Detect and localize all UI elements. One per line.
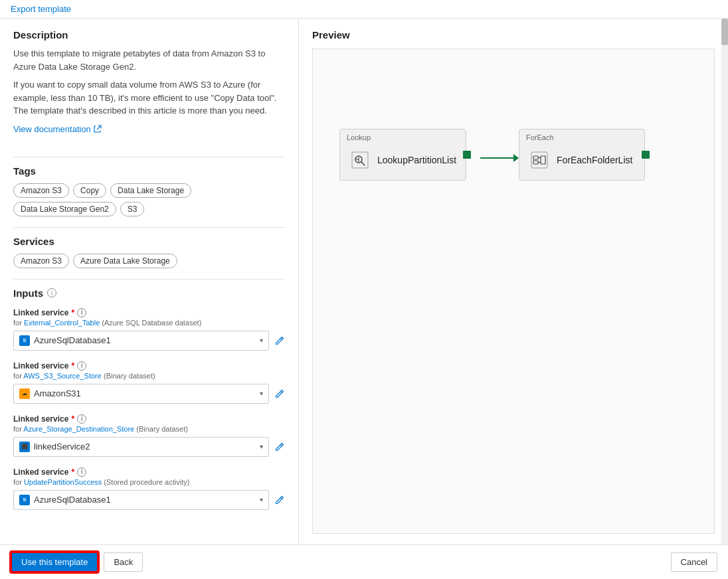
edit-linked-service-icon[interactable]	[274, 335, 285, 346]
description-title: Description	[13, 29, 285, 41]
cancel-button[interactable]: Cancel	[671, 552, 717, 572]
main-content: Description Use this template to migrate…	[0, 19, 728, 544]
lookup-node[interactable]: Lookup LookupPartitionList	[339, 129, 466, 181]
foreach-node-body: ForEachFolderList	[519, 143, 644, 180]
inputs-info-icon[interactable]: i	[47, 288, 56, 297]
tags-title: Tags	[13, 165, 285, 177]
description-para1: Use this template to migrate petabytes o…	[13, 47, 285, 118]
edit-linked-service-icon[interactable]	[274, 495, 285, 505]
dropdown-select-inner: ☁ AmazonS31	[19, 388, 260, 399]
linked-service-sublabel: for AWS_S3_Source_Store (Binary dataset)	[13, 372, 285, 380]
divider-1	[13, 157, 285, 157]
divider-3	[13, 279, 285, 280]
tags-section: Tags Amazon S3CopyData Lake StorageData …	[13, 165, 285, 216]
chevron-down-icon: ▾	[260, 496, 263, 503]
linked-service-dropdown[interactable]: S AzureSqlDatabase1 ▾	[13, 490, 269, 510]
service-chip: Azure Data Lake Storage	[73, 254, 177, 268]
svg-rect-0	[352, 152, 368, 168]
back-button[interactable]: Back	[104, 552, 143, 572]
linked-service-info-icon[interactable]: i	[77, 308, 86, 317]
dropdown-select-inner: S AzureSqlDatabase1	[19, 335, 260, 346]
linked-service-dataset-link[interactable]: UpdatePartitionSuccess	[24, 478, 102, 486]
chevron-down-icon: ▾	[260, 443, 263, 450]
linked-service-info-icon[interactable]: i	[77, 361, 86, 371]
tag-chip: Data Lake Storage Gen2	[13, 202, 116, 216]
linked-service-label: Linked service *i	[13, 467, 285, 477]
linked-service-dataset-link[interactable]: AWS_S3_Source_Store	[23, 372, 102, 380]
linked-service-block: Linked service *ifor Azure_Storage_Desti…	[13, 414, 285, 457]
scrollbar[interactable]	[721, 19, 728, 544]
top-bar: Export template	[0, 0, 728, 19]
lookup-node-header: Lookup	[340, 129, 466, 143]
tag-chip: Data Lake Storage	[110, 183, 191, 198]
dropdown-selected-value: AzureSqlDatabase1	[34, 495, 111, 505]
arrow-head	[513, 154, 519, 162]
arrow-line	[480, 157, 513, 159]
dropdown-selected-value: AmazonS31	[34, 388, 81, 398]
foreach-node-header: ForEach	[519, 129, 644, 143]
inputs-header: Inputs i	[13, 288, 285, 299]
linked-service-dataset-link[interactable]: Azure_Storage_Destination_Store	[23, 425, 134, 433]
description-section: Description Use this template to migrate…	[13, 29, 285, 146]
dropdown-selected-value: linkedService2	[34, 442, 90, 452]
sql-icon: S	[19, 335, 30, 346]
linked-service-sublabel: for UpdatePartitionSuccess (Stored proce…	[13, 478, 285, 486]
linked-service-label: Linked service *i	[13, 414, 285, 424]
tags-container: Amazon S3CopyData Lake StorageData Lake …	[13, 183, 285, 216]
required-star: *	[71, 467, 74, 477]
tag-chip: S3	[120, 202, 145, 216]
aws-icon: ☁	[19, 388, 30, 399]
linked-service-label: Linked service *i	[13, 361, 285, 371]
sql-icon: S	[19, 495, 30, 505]
service-chip: Amazon S3	[13, 254, 69, 268]
pipeline-arrow	[480, 154, 519, 162]
linked-service-dropdown[interactable]: ⬛ linkedService2 ▾	[13, 437, 269, 457]
left-panel: Description Use this template to migrate…	[0, 19, 299, 544]
tag-chip: Copy	[73, 183, 106, 198]
preview-canvas: Lookup LookupPartitionList ForEach	[312, 48, 715, 534]
edit-linked-service-icon[interactable]	[274, 442, 285, 452]
dropdown-selected-value: AzureSqlDatabase1	[34, 335, 111, 345]
storage-icon: ⬛	[19, 442, 30, 452]
foreach-icon	[529, 149, 550, 171]
linked-service-dropdown[interactable]: ☁ AmazonS31 ▾	[13, 384, 269, 404]
services-title: Services	[13, 236, 285, 247]
dropdown-row: ☁ AmazonS31 ▾	[13, 384, 285, 404]
inputs-title: Inputs	[13, 288, 43, 299]
lookup-connector-right	[463, 151, 471, 159]
linked-service-info-icon[interactable]: i	[77, 467, 86, 477]
foreach-node-label: ForEachFolderList	[557, 155, 632, 165]
right-panel: Preview Lookup LookupPartitionList ForEa…	[299, 19, 728, 544]
linked-service-label-text: Linked service	[13, 308, 68, 317]
edit-linked-service-icon[interactable]	[274, 388, 285, 399]
linked-service-block: Linked service *ifor External_Control_Ta…	[13, 308, 285, 351]
dropdown-select-inner: ⬛ linkedService2	[19, 442, 260, 452]
scrollbar-thumb[interactable]	[721, 19, 728, 45]
dropdown-row: ⬛ linkedService2 ▾	[13, 437, 285, 457]
foreach-connector-right	[642, 151, 650, 159]
tag-chip: Amazon S3	[13, 183, 69, 198]
linked-service-dataset-link[interactable]: External_Control_Table	[24, 319, 100, 327]
dropdown-select-inner: S AzureSqlDatabase1	[19, 495, 260, 505]
view-documentation-link[interactable]: View documentation	[13, 124, 102, 134]
foreach-node[interactable]: ForEach ForEachFolderList	[519, 129, 645, 181]
services-section: Services Amazon S3Azure Data Lake Storag…	[13, 236, 285, 268]
dropdown-row: S AzureSqlDatabase1 ▾	[13, 490, 285, 510]
linked-service-info-icon[interactable]: i	[77, 414, 86, 424]
export-template-link[interactable]: Export template	[11, 4, 71, 14]
required-star: *	[71, 414, 74, 424]
linked-service-label-text: Linked service	[13, 414, 68, 424]
preview-title: Preview	[312, 29, 715, 41]
inputs-section: Inputs i Linked service *ifor External_C…	[13, 288, 285, 510]
dropdown-row: S AzureSqlDatabase1 ▾	[13, 331, 285, 351]
use-template-button[interactable]: Use this template	[11, 552, 98, 572]
external-link-icon	[94, 125, 102, 133]
linked-service-block: Linked service *ifor AWS_S3_Source_Store…	[13, 361, 285, 404]
linked-service-block: Linked service *ifor UpdatePartitionSucc…	[13, 467, 285, 510]
bottom-bar: Use this template Back Cancel	[0, 544, 728, 579]
services-container: Amazon S3Azure Data Lake Storage	[13, 254, 285, 268]
linked-service-label-text: Linked service	[13, 361, 68, 371]
linked-service-dropdown[interactable]: S AzureSqlDatabase1 ▾	[13, 331, 269, 351]
linked-service-label: Linked service *i	[13, 308, 285, 317]
linked-services-container: Linked service *ifor External_Control_Ta…	[13, 308, 285, 510]
